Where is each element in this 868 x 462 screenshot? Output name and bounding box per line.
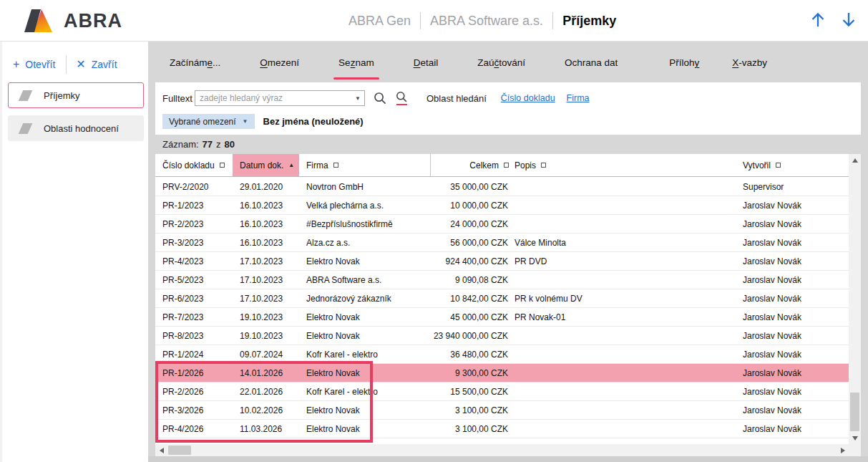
arrow-down-icon [841, 11, 857, 29]
cell-celkem: 9 090,08 CZK [431, 271, 511, 289]
tab-ochrana-dat[interactable]: Ochrana dat [562, 49, 620, 82]
agenda-icon [19, 123, 33, 134]
next-record-button[interactable] [839, 9, 858, 32]
chevron-down-icon: ▼ [243, 118, 248, 125]
cell-datum-dok: 17.10.2023 [233, 271, 299, 289]
sidebar: + Otevřít ✕ Zavřít Příjemky Oblasti hodn… [0, 42, 148, 462]
cell-vytvoril: Jaroslav Novák [741, 252, 849, 270]
cell-vytvoril: Supervisor [741, 178, 849, 196]
sidebar-item-oblasti-hodnoceni[interactable]: Oblasti hodnocení [8, 115, 144, 141]
cell-firma: Elektro Novak [299, 308, 431, 326]
column-filter-box[interactable] [504, 163, 509, 168]
cell-cislo-dokladu: PRV-2/2020 [155, 178, 233, 196]
cell-popis: PR Novak-01 [511, 308, 741, 326]
table-row[interactable]: PR-2/202316.10.2023#Bezpříslušnostikfirm… [155, 215, 849, 234]
breadcrumb: ABRA Gen ABRA Software a.s. Příjemky [348, 0, 616, 42]
fulltext-underline-mark [396, 104, 407, 106]
tab-detail[interactable]: Detail [411, 49, 441, 82]
cell-vytvoril: Jaroslav Novák [741, 215, 849, 233]
close-agenda-button[interactable]: ✕ Zavřít [76, 59, 117, 70]
table-row[interactable]: PRV-2/202029.01.2020Novtron GmbH35 000,0… [155, 178, 849, 196]
table-row[interactable]: PR-4/202317.10.2023Elektro Novak924 400,… [155, 252, 849, 271]
table-row[interactable]: PR-1/202316.10.2023Velká plechárna a.s.1… [155, 196, 849, 215]
table-row[interactable]: PR-8/202319.10.2023Elektro Novak23 940 0… [155, 327, 849, 345]
column-header-celkem[interactable]: Celkem [431, 154, 511, 176]
table-row[interactable]: PR-6/202317.10.2023Jednorázový zákazník1… [155, 289, 849, 308]
abra-logo-text: ABRA [64, 10, 122, 32]
restriction-name: Bez jména (neuložené) [263, 116, 364, 127]
table-row[interactable]: PR-1/202614.01.2026Elektro Novak9 300,00… [155, 364, 849, 382]
cell-firma: Elektro Novak [299, 252, 431, 270]
page-title: Příjemky [562, 14, 616, 29]
column-header-label: Celkem [469, 160, 499, 170]
table-row[interactable]: PR-1/202409.07.2024Kofr Karel - elektro3… [155, 345, 849, 364]
open-agenda-button[interactable]: + Otevřít [13, 59, 55, 70]
scroll-down-button[interactable] [849, 432, 861, 444]
cell-firma: #Bezpříslušnostikfirmě [299, 215, 431, 233]
column-filter-box[interactable] [220, 163, 225, 168]
tab-seznam[interactable]: Seznam [336, 49, 376, 82]
column-filter-box[interactable] [776, 163, 781, 168]
column-header-cislo-dokladu[interactable]: Číslo dokladu [155, 154, 233, 176]
column-header-datum-dok[interactable]: Datum dok.▲ [233, 154, 299, 176]
cell-vytvoril: Jaroslav Novák [741, 382, 849, 400]
table-row[interactable]: PR-3/202610.02.2026Elektro Novak3 100,00… [155, 401, 849, 420]
scrollbar-corner [849, 444, 861, 456]
fulltext-search-button[interactable] [396, 91, 408, 106]
column-header-label: Datum dok. [240, 160, 283, 170]
vertical-scrollbar-thumb[interactable] [850, 393, 859, 431]
cell-popis [511, 420, 741, 438]
column-filter-box[interactable] [333, 163, 338, 168]
combobox-dropdown-icon[interactable]: ▼ [351, 95, 364, 102]
fulltext-label: Fulltext [162, 93, 195, 104]
cell-celkem: 15 500,00 CZK [431, 382, 511, 400]
table-row[interactable]: PR-3/202316.10.2023Alza.cz a.s.56 000,00… [155, 234, 849, 252]
selected-restriction-dropdown[interactable]: Vybrané omezení ▼ [162, 114, 255, 129]
cell-firma: Jednorázový zákazník [299, 289, 431, 307]
sidebar-actions: + Otevřít ✕ Zavřít [2, 54, 150, 75]
record-navigation [809, 0, 858, 42]
table-row[interactable]: PR-2/202622.01.2026Kofr Karel - elektro1… [155, 382, 849, 401]
cell-cislo-dokladu: PR-2/2026 [155, 382, 233, 400]
cell-datum-dok: 17.10.2023 [233, 252, 299, 270]
table-row[interactable]: PR-7/202319.10.2023Elektro Novak45 000,0… [155, 308, 849, 327]
close-x-icon: ✕ [76, 59, 85, 70]
horizontal-scrollbar-thumb[interactable] [168, 446, 191, 455]
vertical-scrollbar[interactable] [849, 154, 861, 444]
column-filter-box[interactable] [541, 163, 546, 168]
scope-link-cislo-dokladu[interactable]: Číslo dokladu [501, 93, 555, 103]
column-header-label: Číslo dokladu [162, 160, 215, 170]
horizontal-scrollbar[interactable] [155, 444, 849, 456]
tab-prilohy[interactable]: Přílohy [667, 49, 701, 82]
table-row[interactable]: PR-5/202317.10.2023ABRA Software a.s.9 0… [155, 271, 849, 289]
column-header-firma[interactable]: Firma [299, 154, 431, 176]
column-header-popis[interactable]: Popis [511, 154, 741, 176]
scroll-up-button[interactable] [849, 154, 861, 166]
tab-omezeni[interactable]: Omezení [258, 49, 301, 82]
cell-vytvoril: Jaroslav Novák [741, 196, 849, 214]
column-header-vytvoril[interactable]: Vytvořil [741, 154, 849, 176]
cell-datum-dok: 14.01.2026 [233, 364, 299, 382]
cell-firma: ABRA Software a.s. [299, 271, 431, 289]
cell-cislo-dokladu: PR-1/2023 [155, 196, 233, 214]
tab-zaciname[interactable]: Začínáme... [167, 49, 223, 82]
abra-logo: ABRA [24, 8, 122, 34]
cell-cislo-dokladu: PR-2/2023 [155, 215, 233, 233]
previous-record-button[interactable] [809, 9, 827, 32]
fulltext-input[interactable] [195, 93, 351, 103]
cell-cislo-dokladu: PR-3/2023 [155, 234, 233, 251]
fulltext-combobox[interactable]: ▼ [195, 90, 365, 106]
scope-link-firma[interactable]: Firma [567, 93, 590, 103]
tab-zauctovani[interactable]: Zaúčtování [475, 49, 527, 82]
scroll-right-button[interactable] [837, 444, 849, 456]
scroll-left-button[interactable] [155, 444, 167, 456]
cell-celkem: 35 000,00 CZK [431, 178, 511, 196]
arrow-up-icon [810, 11, 826, 29]
sidebar-item-prijemky[interactable]: Příjemky [8, 82, 144, 108]
tab-x-vazby[interactable]: X-vazby [730, 49, 769, 82]
cell-cislo-dokladu: PR-3/2026 [155, 401, 233, 419]
cell-cislo-dokladu: PR-1/2024 [155, 345, 233, 363]
cell-celkem: 36 480,00 CZK [431, 345, 511, 363]
table-row[interactable]: PR-4/202611.03.2026Elektro Novak3 100,00… [155, 420, 849, 438]
search-button[interactable] [374, 92, 387, 105]
